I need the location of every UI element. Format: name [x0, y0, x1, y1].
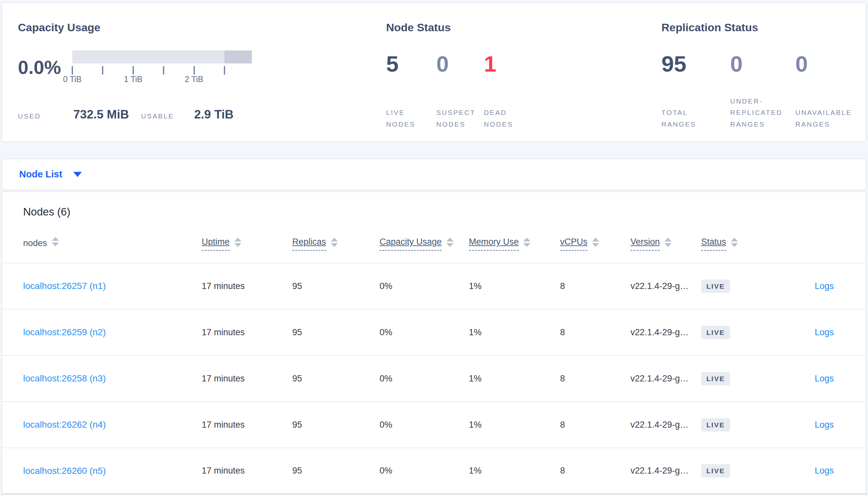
logs-link[interactable]: Logs [814, 420, 834, 430]
sort-icon[interactable] [664, 237, 672, 247]
logs-link[interactable]: Logs [814, 466, 834, 476]
sort-icon[interactable] [446, 237, 453, 247]
status-badge: LIVE [701, 464, 730, 478]
column-header-capacity[interactable]: Capacity Usage [379, 232, 469, 263]
live-nodes-value: 5 [386, 53, 399, 75]
axis-tick [133, 66, 134, 75]
column-header-uptime[interactable]: Uptime [202, 232, 292, 263]
capacity-usage-section: Capacity Usage 0.0% [2, 3, 386, 142]
memory-cell: 1% [469, 263, 560, 309]
column-header-logs [786, 232, 866, 263]
replicas-cell: 95 [292, 263, 379, 309]
table-header-row: nodes Uptime Replicas Capacity Usage Mem… [2, 232, 866, 263]
capacity-cell: 0% [379, 355, 469, 402]
nodes-table: nodes Uptime Replicas Capacity Usage Mem… [2, 232, 866, 495]
axis-tick-label: 1 TiB [124, 75, 143, 84]
node-list-dropdown-label: Node List [19, 169, 62, 180]
dead-nodes-stat: 1 DEAD NODES [484, 53, 549, 130]
column-header-version[interactable]: Version [630, 232, 701, 263]
capacity-bar: 0 TiB 1 TiB 2 TiB [72, 50, 252, 84]
logs-link[interactable]: Logs [814, 327, 834, 337]
sort-icon[interactable] [592, 237, 599, 247]
sort-icon[interactable] [731, 237, 738, 247]
replication-status-title: Replication Status [661, 21, 867, 34]
node-link[interactable]: localhost:26257 (n1) [23, 281, 106, 291]
status-badge: LIVE [701, 326, 730, 339]
sort-icon[interactable] [52, 237, 59, 246]
vcpus-cell: 8 [560, 263, 630, 309]
under-replicated-ranges-stat: 0 UNDER- REPLICATED RANGES [730, 53, 795, 130]
used-label: USED [18, 112, 73, 120]
total-ranges-label: TOTAL RANGES [661, 107, 696, 130]
node-list-dropdown[interactable]: Node List [19, 169, 82, 180]
version-cell: v22.1.4-29-g… [630, 309, 701, 355]
node-link[interactable]: localhost:26262 (n4) [23, 419, 106, 430]
status-badge: LIVE [701, 418, 730, 432]
live-nodes-stat: 5 LIVE NODES [386, 53, 436, 130]
axis-tick [163, 66, 164, 75]
nodes-table-card: Nodes (6) nodes Uptime Replicas Capacity… [2, 191, 866, 496]
axis-tick [102, 66, 103, 75]
logs-link[interactable]: Logs [814, 374, 834, 383]
axis-tick-label: 2 TiB [185, 75, 203, 84]
vcpus-cell: 8 [560, 309, 630, 355]
capacity-cell: 0% [379, 309, 469, 355]
replicas-cell: 95 [292, 309, 379, 355]
capacity-usage-title: Capacity Usage [18, 21, 386, 34]
column-header-nodes[interactable]: nodes [2, 232, 202, 263]
dead-nodes-value: 1 [484, 53, 496, 75]
column-header-memory[interactable]: Memory Use [469, 232, 560, 263]
under-replicated-ranges-value: 0 [730, 53, 743, 75]
sort-icon[interactable] [523, 237, 530, 247]
replicas-cell: 95 [292, 448, 379, 494]
axis-tick [224, 66, 225, 75]
usable-label: USABLE [141, 112, 194, 120]
nodes-section-title: Nodes (6) [23, 206, 866, 218]
unavailable-ranges-value: 0 [795, 53, 808, 75]
table-row: localhost:26260 (n5) 17 minutes 95 0% 1%… [2, 448, 866, 494]
node-link[interactable]: localhost:26258 (n3) [23, 373, 106, 383]
memory-cell: 1% [469, 355, 560, 402]
view-selector-card: Node List [2, 158, 866, 190]
table-row: localhost:26262 (n4) 17 minutes 95 0% 1%… [2, 402, 866, 448]
node-link[interactable]: localhost:26260 (n5) [23, 466, 106, 476]
under-replicated-ranges-label: UNDER- REPLICATED RANGES [730, 95, 782, 130]
suspect-nodes-stat: 0 SUSPECT NODES [436, 53, 484, 130]
capacity-cell: 0% [379, 402, 469, 448]
vcpus-cell: 8 [560, 448, 630, 494]
sort-icon[interactable] [331, 237, 338, 247]
suspect-nodes-value: 0 [436, 53, 449, 75]
memory-cell: 1% [469, 402, 560, 448]
unavailable-ranges-label: UNAVAILABLE RANGES [795, 107, 852, 130]
axis-tick-label: 0 TiB [63, 75, 82, 84]
replicas-cell: 95 [292, 402, 379, 448]
column-header-vcpus[interactable]: vCPUs [560, 232, 630, 263]
logs-link[interactable]: Logs [814, 281, 834, 291]
sort-icon[interactable] [234, 237, 241, 247]
axis-tick [72, 66, 73, 75]
status-badge: LIVE [701, 280, 730, 293]
node-link[interactable]: localhost:26259 (n2) [23, 327, 106, 337]
table-row: localhost:26257 (n1) 17 minutes 95 0% 1%… [2, 263, 866, 309]
replicas-cell: 95 [292, 355, 379, 402]
vcpus-cell: 8 [560, 402, 630, 448]
vcpus-cell: 8 [560, 355, 630, 402]
usable-value: 2.9 TiB [194, 108, 234, 121]
version-cell: v22.1.4-29-g… [630, 355, 701, 402]
table-row: localhost:26259 (n2) 17 minutes 95 0% 1%… [2, 309, 866, 355]
dead-nodes-label: DEAD NODES [484, 107, 513, 130]
total-ranges-stat: 95 TOTAL RANGES [661, 53, 730, 130]
version-cell: v22.1.4-29-g… [630, 263, 701, 309]
uptime-cell: 17 minutes [202, 263, 292, 309]
status-badge: LIVE [701, 372, 730, 385]
uptime-cell: 17 minutes [202, 448, 292, 494]
column-header-status[interactable]: Status [701, 232, 786, 263]
column-header-replicas[interactable]: Replicas [292, 232, 379, 263]
total-ranges-value: 95 [661, 53, 687, 75]
cluster-summary-card: Capacity Usage 0.0% [2, 2, 866, 142]
used-value: 732.5 MiB [73, 108, 141, 121]
node-status-section: Node Status 5 LIVE NODES 0 SUSPECT NODES… [386, 3, 661, 142]
replication-status-section: Replication Status 95 TOTAL RANGES 0 UND… [661, 3, 867, 142]
capacity-cell: 0% [379, 448, 469, 494]
uptime-cell: 17 minutes [202, 309, 292, 355]
